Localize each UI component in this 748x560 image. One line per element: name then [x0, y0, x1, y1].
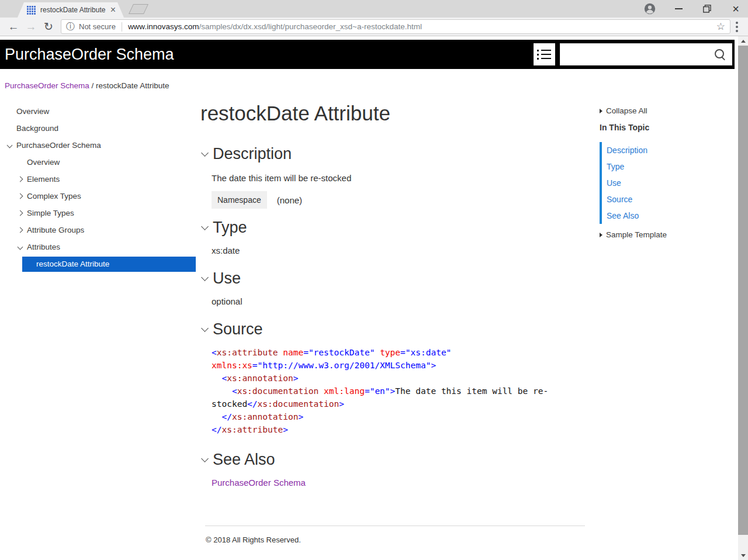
tab-close-icon[interactable]: × [110, 6, 116, 14]
forward-button[interactable]: → [22, 20, 40, 33]
scrollbar-down-arrow[interactable] [738, 551, 748, 560]
chevron-down-icon[interactable] [5, 143, 16, 148]
chevron-right-icon[interactable] [15, 227, 27, 233]
copyright-text: © 2018 All Rights Reserved. [206, 535, 586, 544]
collapse-chevron-icon[interactable] [201, 274, 209, 281]
nav-item-label: PurchaseOrder Schema [16, 141, 101, 150]
sample-template-button[interactable]: Sample Template [600, 230, 735, 239]
triangle-right-icon [600, 233, 602, 237]
chevron-spacer [5, 109, 16, 115]
browser-tab-strip: restockDate Attribute × × [0, 0, 748, 18]
nav-item-label: Attributes [27, 243, 60, 251]
footer-divider [205, 526, 585, 526]
collapse-chevron-icon[interactable] [201, 455, 209, 462]
nav-item-simple-types[interactable]: Simple Types [0, 205, 196, 222]
window-close-button[interactable]: × [729, 2, 742, 15]
chevron-right-icon[interactable] [15, 210, 27, 216]
nav-item-background[interactable]: Background [0, 120, 196, 137]
scrollbar-up-arrow[interactable] [738, 36, 748, 46]
see-also-links: PurchaseOrder Schema [212, 478, 586, 488]
in-this-topic-panel: Collapse All In This Topic DescriptionTy… [600, 36, 735, 239]
nav-item-label: restockDate Attribute [36, 260, 109, 268]
nav-item-overview[interactable]: Overview [0, 103, 196, 120]
url-separator [122, 22, 122, 32]
collapse-chevron-icon[interactable] [201, 324, 209, 332]
browser-tab[interactable]: restockDate Attribute × [18, 2, 124, 18]
chevron-down-icon[interactable] [15, 244, 27, 250]
url-text: www.innovasys.com/samples/dx/dx.xsd/ligh… [128, 22, 712, 31]
toc-link-list: DescriptionTypeUseSourceSee Also [600, 142, 735, 224]
toc-item: See Also [607, 208, 735, 224]
namespace-value: (none) [277, 195, 302, 205]
nav-item-label: Overview [16, 107, 49, 116]
code-line: <xs:documentation xml:lang="en">The date… [212, 385, 586, 397]
toc-link-use[interactable]: Use [607, 178, 621, 188]
page-scrollbar[interactable] [738, 36, 748, 560]
nav-item-label: Attribute Groups [27, 226, 84, 234]
chevron-right-icon[interactable] [15, 193, 27, 199]
section-heading-description[interactable]: Description [200, 144, 586, 164]
chevron-spacer [15, 160, 27, 165]
reload-button[interactable]: ↻ [40, 20, 57, 33]
profile-icon[interactable] [643, 2, 656, 15]
main-content: restockDate Attribute Description The da… [200, 36, 586, 544]
nav-item-attribute-groups[interactable]: Attribute Groups [0, 222, 196, 238]
collapse-chevron-icon[interactable] [201, 223, 209, 230]
toc-item: Description [607, 142, 735, 158]
collapse-all-button[interactable]: Collapse All [600, 106, 735, 115]
nav-item-label: Simple Types [27, 209, 74, 217]
tab-favicon-grid-icon [27, 6, 36, 15]
info-icon[interactable]: ⓘ [66, 21, 75, 32]
new-tab-button[interactable] [129, 4, 148, 14]
section-heading-source[interactable]: Source [200, 319, 586, 339]
use-value: optional [212, 296, 586, 306]
tab-title: restockDate Attribute [40, 6, 106, 14]
address-bar[interactable]: ⓘ Not secure www.innovasys.com/samples/d… [61, 19, 730, 34]
breadcrumb: PurchaseOrder Schema / restockDate Attri… [5, 81, 169, 90]
toc-item: Type [607, 158, 735, 175]
section-heading-use[interactable]: Use [200, 268, 586, 288]
code-line: stocked</xs:documentation> [212, 397, 586, 410]
toc-link-type[interactable]: Type [607, 162, 624, 171]
see-also-link[interactable]: PurchaseOrder Schema [212, 478, 306, 488]
toc-link-description[interactable]: Description [607, 146, 647, 155]
chevron-spacer [25, 261, 36, 267]
collapse-chevron-icon[interactable] [201, 149, 209, 157]
minimize-button[interactable] [672, 2, 685, 15]
back-button[interactable]: ← [5, 20, 22, 33]
window-controls: × [643, 0, 742, 18]
nav-item-overview[interactable]: Overview [0, 154, 196, 171]
nav-item-complex-types[interactable]: Complex Types [0, 188, 196, 205]
code-line: </xs:attribute> [212, 423, 586, 436]
code-line: xmlns:xs="http://www.w3.org/2001/XMLSche… [212, 359, 586, 372]
url-path: /samples/dx/dx.xsd/light/purchaseorder_x… [199, 22, 422, 31]
breadcrumb-parent-link[interactable]: PurchaseOrder Schema [5, 81, 89, 90]
nav-item-restockdate-attribute[interactable]: restockDate Attribute [22, 257, 196, 272]
namespace-row: Namespace (none) [212, 191, 586, 209]
restore-button[interactable] [701, 2, 714, 15]
browser-window: restockDate Attribute × × [0, 0, 748, 560]
chevron-spacer [5, 126, 16, 132]
bookmark-star-icon[interactable]: ☆ [716, 20, 725, 33]
browser-toolbar: ← → ↻ ⓘ Not secure www.innovasys.com/sam… [0, 18, 748, 36]
code-line: <xs:annotation> [212, 372, 586, 385]
nav-item-attributes[interactable]: Attributes [0, 238, 196, 255]
nav-item-elements[interactable]: Elements [0, 171, 196, 188]
toc-link-source[interactable]: Source [607, 195, 632, 204]
section-heading-type[interactable]: Type [200, 217, 586, 237]
section-heading-see-also[interactable]: See Also [200, 450, 586, 469]
chevron-right-icon[interactable] [15, 177, 27, 182]
toc-item: Source [607, 191, 735, 208]
security-status: Not secure [79, 22, 116, 31]
toc-link-see-also[interactable]: See Also [607, 211, 639, 220]
breadcrumb-current: restockDate Attribute [96, 81, 169, 90]
nav-item-purchaseorder-schema[interactable]: PurchaseOrder Schema [0, 137, 196, 154]
site-title: PurchaseOrder Schema [5, 40, 174, 69]
triangle-right-icon [600, 109, 602, 113]
source-code-block: <xs:attribute name="restockDate" type="x… [212, 346, 586, 436]
description-text: The date this item will be re-stocked [212, 173, 586, 183]
toc-item: Use [607, 175, 735, 191]
type-value: xs:date [212, 246, 586, 255]
browser-menu-icon[interactable] [736, 22, 738, 32]
scrollbar-thumb[interactable] [738, 46, 748, 535]
